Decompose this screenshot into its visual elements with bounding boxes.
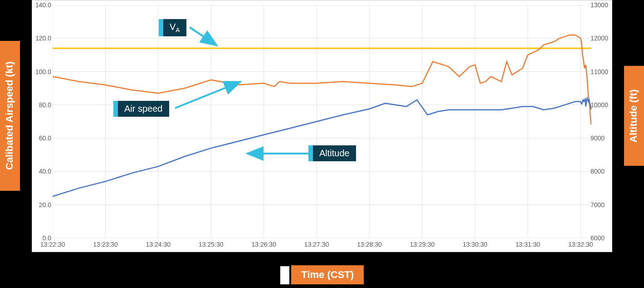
x-tick: 13:31:30	[516, 241, 541, 248]
y-tick-left: 60.0	[33, 134, 51, 142]
y-tick-left: 20.0	[33, 201, 51, 209]
y-tick-right: 10000	[590, 101, 611, 109]
y-tick-right: 12000	[590, 35, 611, 42]
y-tick-right: 13000	[590, 1, 611, 9]
annotation-airspeed: Air speed	[113, 101, 169, 117]
x-tick: 13:26:30	[251, 241, 276, 248]
x-axis-tab	[280, 266, 289, 284]
series-air-speed-tail	[581, 38, 591, 124]
y-tick-right: 9000	[590, 134, 611, 142]
x-tick: 13:22:30	[40, 241, 65, 248]
x-tick: 13:27:30	[304, 241, 329, 248]
x-axis-wrap: Time (CST)	[0, 265, 644, 284]
y-axis-right-label: Altitude (ft)	[624, 66, 644, 166]
x-axis-label: Time (CST)	[291, 265, 364, 284]
annotation-va-text: V	[170, 22, 176, 32]
plot-area	[53, 5, 591, 238]
x-tick: 13:29:30	[410, 241, 435, 248]
x-tick: 13:30:30	[463, 241, 488, 248]
x-tick: 13:24:30	[146, 241, 171, 248]
x-tick: 13:23:30	[93, 241, 118, 248]
y-tick-right: 6000	[590, 234, 611, 242]
y-tick-right: 7000	[590, 201, 611, 209]
x-tick: 13:25:30	[199, 241, 224, 248]
y-axis-left-label: Calibated Airspeed (kt)	[0, 41, 20, 191]
annotation-va: VA	[159, 19, 186, 36]
y-tick-left: 140.0	[33, 1, 51, 9]
chart-container: 0.020.040.060.080.0100.0120.0140.0600070…	[32, 0, 612, 252]
y-tick-left: 120.0	[33, 35, 51, 42]
y-tick-left: 100.0	[33, 68, 51, 75]
y-tick-left: 40.0	[33, 168, 51, 175]
annotation-va-sub: A	[176, 26, 180, 34]
y-tick-right: 11000	[590, 68, 611, 75]
y-tick-left: 80.0	[33, 101, 51, 109]
x-tick: 13:32:30	[568, 241, 593, 248]
annotation-altitude: Altitude	[308, 145, 356, 161]
y-tick-right: 8000	[590, 168, 611, 175]
x-tick: 13:28:30	[357, 241, 382, 248]
